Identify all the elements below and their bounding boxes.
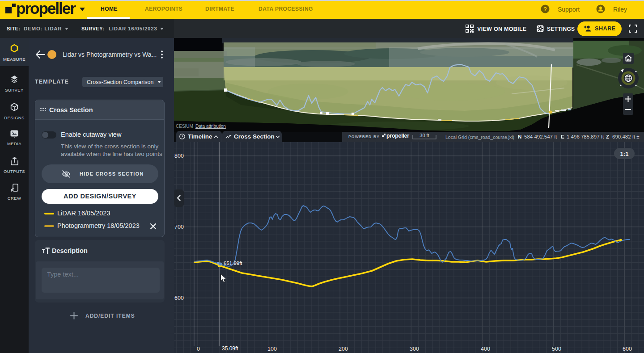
svg-text:CESIUM: CESIUM	[176, 124, 193, 129]
svg-text:?: ?	[543, 6, 547, 13]
svg-text:Data attribution: Data attribution	[195, 124, 226, 129]
